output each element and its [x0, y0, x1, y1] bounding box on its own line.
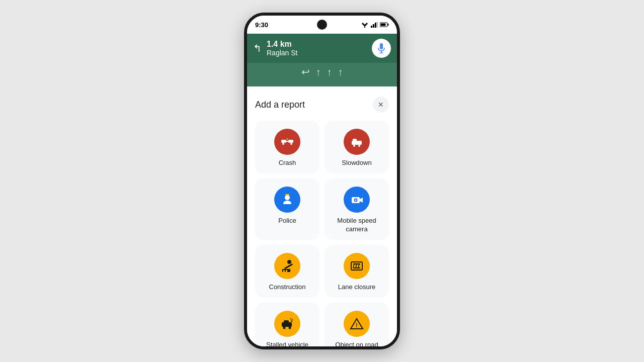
lane-arrow-up2: ↑ [327, 66, 332, 78]
camera-notch [317, 20, 327, 30]
sheet-title: Add a report [255, 100, 305, 110]
status-icons [361, 22, 389, 28]
svg-rect-5 [377, 22, 378, 28]
slowdown-icon-circle [344, 129, 370, 155]
svg-rect-33 [286, 270, 287, 272]
svg-rect-2 [371, 26, 372, 28]
svg-rect-10 [381, 51, 382, 53]
object-on-road-icon: ! [350, 317, 364, 330]
lane-arrow-up3: ↑ [338, 66, 343, 78]
svg-rect-7 [388, 24, 389, 26]
svg-marker-0 [362, 23, 368, 27]
svg-point-20 [353, 145, 355, 147]
stalled-vehicle-icon [280, 317, 294, 330]
svg-rect-32 [283, 270, 285, 272]
svg-line-39 [358, 264, 359, 268]
nav-street: Raglan St [267, 49, 367, 57]
close-button[interactable]: ✕ [373, 97, 389, 113]
report-item-speed-camera[interactable]: Mobile speed camera [325, 178, 389, 240]
report-grid: Crash Slowdown [255, 121, 389, 346]
status-time: 9:30 [255, 21, 268, 29]
object-on-road-icon-circle: ! [344, 311, 370, 337]
svg-rect-41 [284, 320, 289, 323]
svg-point-29 [287, 260, 291, 264]
lane-arrow-up1: ↑ [316, 66, 321, 78]
svg-rect-3 [373, 24, 374, 28]
nav-bar: ↰ 1.4 km Raglan St [247, 34, 397, 63]
crash-label: Crash [279, 159, 296, 167]
svg-rect-22 [353, 139, 357, 141]
report-item-object-on-road[interactable]: ! Object on road [325, 303, 389, 346]
speed-camera-label: Mobile speed camera [330, 217, 384, 234]
bottom-sheet: Add a report ✕ Crash [247, 86, 397, 346]
svg-rect-8 [381, 24, 386, 26]
svg-rect-4 [375, 23, 376, 28]
svg-line-45 [291, 320, 293, 320]
wifi-icon [361, 22, 369, 28]
map-area: ↰ 1.4 km Raglan St ↩ ↑ ↑ ↑ [247, 34, 397, 86]
construction-label: Construction [269, 283, 306, 292]
report-item-lane-closure[interactable]: Lane closure [325, 245, 389, 298]
svg-line-44 [290, 318, 291, 319]
speed-camera-icon [350, 194, 364, 206]
report-item-slowdown[interactable]: Slowdown [325, 121, 389, 173]
crash-icon-circle [274, 129, 300, 155]
sheet-header: Add a report ✕ [255, 97, 389, 113]
svg-rect-9 [380, 43, 383, 49]
slowdown-icon [350, 136, 364, 148]
svg-rect-12 [281, 140, 286, 143]
police-icon-circle [274, 187, 300, 213]
svg-point-1 [364, 27, 365, 28]
report-item-stalled-vehicle[interactable]: Stalled vehicle [255, 303, 319, 346]
nav-info: 1.4 km Raglan St [267, 40, 367, 57]
phone-frame: 9:30 ↰ [244, 13, 400, 349]
stalled-vehicle-label: Stalled vehicle [266, 341, 308, 346]
svg-rect-30 [284, 263, 293, 269]
mic-icon [377, 43, 385, 53]
nav-turn-arrow: ↰ [253, 42, 262, 54]
construction-icon [280, 259, 294, 273]
report-item-police[interactable]: Police [255, 178, 319, 240]
lane-arrow-left: ↩ [301, 66, 310, 78]
svg-line-37 [353, 264, 354, 268]
signal-icon [371, 22, 378, 28]
svg-point-21 [358, 145, 360, 147]
speed-camera-icon-circle [344, 187, 370, 213]
svg-rect-13 [288, 140, 293, 143]
lane-closure-icon [350, 259, 364, 273]
report-item-crash[interactable]: Crash [255, 121, 319, 173]
svg-point-43 [289, 326, 291, 329]
svg-rect-11 [379, 53, 383, 53]
object-on-road-label: Object on road [335, 341, 378, 346]
slowdown-label: Slowdown [342, 159, 371, 167]
svg-point-42 [283, 326, 286, 329]
svg-point-15 [290, 143, 292, 145]
status-bar: 9:30 [247, 16, 397, 34]
police-icon [281, 193, 294, 206]
police-label: Police [278, 217, 296, 225]
svg-rect-34 [351, 262, 362, 270]
svg-line-38 [356, 264, 357, 268]
svg-point-14 [282, 143, 284, 145]
map-lanes: ↩ ↑ ↑ ↑ [247, 63, 397, 81]
svg-marker-26 [360, 198, 363, 203]
svg-point-28 [355, 199, 357, 201]
svg-point-23 [285, 195, 290, 200]
mic-button[interactable] [372, 39, 391, 58]
lane-closure-icon-circle [344, 253, 370, 279]
svg-rect-24 [285, 194, 289, 196]
lane-closure-label: Lane closure [338, 283, 375, 292]
stalled-vehicle-icon-circle [274, 311, 300, 337]
svg-line-46 [291, 321, 292, 322]
construction-icon-circle [274, 253, 300, 279]
crash-icon [280, 136, 294, 148]
svg-text:!: ! [356, 322, 358, 328]
nav-distance: 1.4 km [267, 40, 367, 49]
battery-icon [380, 22, 389, 27]
report-item-construction[interactable]: Construction [255, 245, 319, 298]
